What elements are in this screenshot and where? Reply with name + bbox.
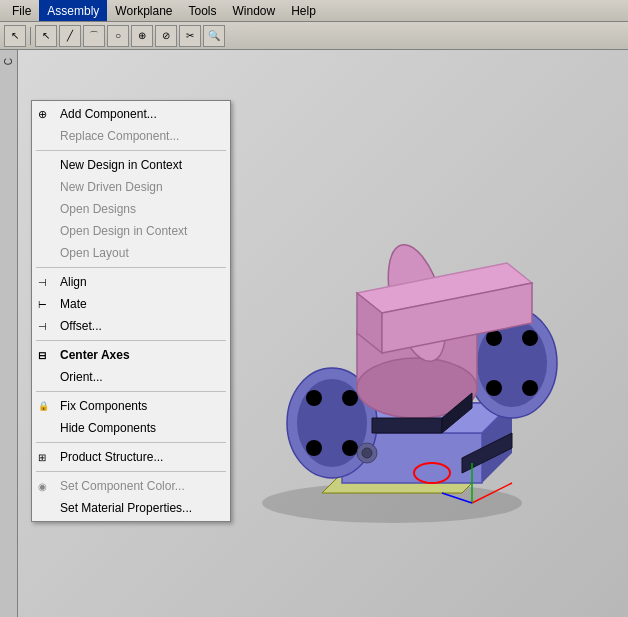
svg-point-35 <box>362 448 372 458</box>
svg-point-9 <box>297 379 367 467</box>
svg-point-19 <box>522 380 538 396</box>
menu-item-align[interactable]: ⊣ Align <box>32 271 230 293</box>
menubar: File Assembly Workplane Tools Window Hel… <box>0 0 628 22</box>
center-axes-icon: ⊟ <box>38 350 46 361</box>
viewport[interactable]: ⊕ Add Component... Replace Component... … <box>18 50 628 617</box>
menu-item-new-design-context[interactable]: New Design in Context <box>32 154 230 176</box>
mate-icon: ⊢ <box>38 299 47 310</box>
menu-item-mate[interactable]: ⊢ Mate <box>32 293 230 315</box>
menubar-item-file[interactable]: File <box>4 0 39 21</box>
toolbar-btn-pointer[interactable]: ↖ <box>35 25 57 47</box>
menu-item-center-axes[interactable]: ⊟ Center Axes <box>32 344 230 366</box>
svg-point-18 <box>486 380 502 396</box>
menu-item-set-material[interactable]: Set Material Properties... <box>32 497 230 519</box>
menu-item-replace-component-label: Replace Component... <box>60 129 179 143</box>
menu-item-open-designs: Open Designs <box>32 198 230 220</box>
fix-icon: 🔒 <box>38 401 49 411</box>
menu-separator-3 <box>36 340 226 341</box>
toolbar-btn-dim[interactable]: ⊘ <box>155 25 177 47</box>
toolbar-btn-constraint[interactable]: ⊕ <box>131 25 153 47</box>
menu-separator-5 <box>36 442 226 443</box>
toolbar-btn-zoom[interactable]: 🔍 <box>203 25 225 47</box>
menu-item-open-layout: Open Layout <box>32 242 230 264</box>
3d-model <box>202 163 582 543</box>
menubar-item-workplane[interactable]: Workplane <box>107 0 180 21</box>
menu-separator-2 <box>36 267 226 268</box>
menu-item-orient[interactable]: Orient... <box>32 366 230 388</box>
toolbar-btn-trim[interactable]: ✂ <box>179 25 201 47</box>
offset-icon: ⊣ <box>38 321 47 332</box>
svg-point-12 <box>306 440 322 456</box>
menu-item-add-component[interactable]: ⊕ Add Component... <box>32 103 230 125</box>
menu-item-set-component-color: ◉ Set Component Color... <box>32 475 230 497</box>
side-tab[interactable]: C <box>1 54 16 69</box>
menu-item-open-design-context: Open Design in Context <box>32 220 230 242</box>
menu-item-fix-components[interactable]: 🔒 Fix Components <box>32 395 230 417</box>
menu-item-add-component-label: Add Component... <box>60 107 157 121</box>
menubar-item-tools[interactable]: Tools <box>181 0 225 21</box>
dropdown-menu: ⊕ Add Component... Replace Component... … <box>31 100 231 522</box>
left-panel: C <box>0 50 18 617</box>
menu-item-product-structure[interactable]: ⊞ Product Structure... <box>32 446 230 468</box>
svg-marker-27 <box>372 418 442 433</box>
product-structure-icon: ⊞ <box>38 452 46 463</box>
toolbar: ↖ ↖ ╱ ⌒ ○ ⊕ ⊘ ✂ 🔍 <box>0 22 628 50</box>
toolbar-btn-1[interactable]: ↖ <box>4 25 26 47</box>
menu-item-new-driven-design: New Driven Design <box>32 176 230 198</box>
main-area: C <box>0 50 628 617</box>
svg-point-17 <box>522 330 538 346</box>
align-icon: ⊣ <box>38 277 47 288</box>
menubar-item-help[interactable]: Help <box>283 0 324 21</box>
toolbar-btn-line[interactable]: ╱ <box>59 25 81 47</box>
toolbar-btn-arc[interactable]: ⌒ <box>83 25 105 47</box>
toolbar-btn-circle[interactable]: ○ <box>107 25 129 47</box>
svg-point-10 <box>306 390 322 406</box>
menu-item-offset[interactable]: ⊣ Offset... <box>32 315 230 337</box>
svg-point-11 <box>342 390 358 406</box>
menu-item-hide-components[interactable]: Hide Components <box>32 417 230 439</box>
add-component-icon: ⊕ <box>38 108 47 121</box>
svg-point-13 <box>342 440 358 456</box>
menu-separator-4 <box>36 391 226 392</box>
menubar-item-assembly[interactable]: Assembly <box>39 0 107 21</box>
toolbar-separator-1 <box>30 27 31 45</box>
menu-item-replace-component: Replace Component... <box>32 125 230 147</box>
menu-separator-1 <box>36 150 226 151</box>
menubar-item-window[interactable]: Window <box>225 0 284 21</box>
color-icon: ◉ <box>38 481 47 492</box>
menu-separator-6 <box>36 471 226 472</box>
